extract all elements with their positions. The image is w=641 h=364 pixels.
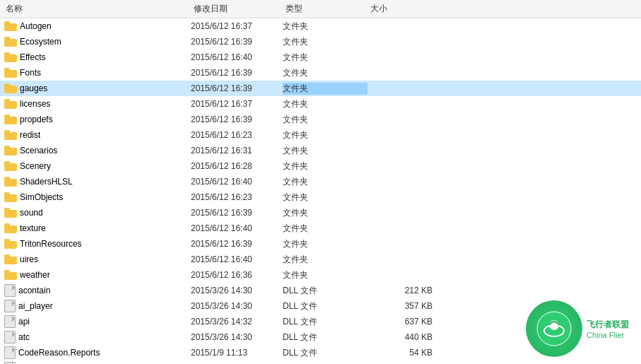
- table-row[interactable]: ai_player2015/3/26 14:30DLL 文件357 KB: [0, 298, 641, 314]
- table-row[interactable]: redist2015/6/12 16:23文件夹: [0, 127, 641, 143]
- table-row[interactable]: atc2015/3/26 14:30DLL 文件440 KB: [0, 329, 641, 345]
- file-list-container: 名称 修改日期 类型 大小 Autogen2015/6/12 16:37文件夹E…: [0, 0, 641, 364]
- file-type-cell: DLL 文件: [283, 285, 367, 297]
- file-rows[interactable]: Autogen2015/6/12 16:37文件夹Ecosystem2015/6…: [0, 18, 641, 364]
- table-row[interactable]: Effects2015/6/12 16:40文件夹: [0, 49, 641, 65]
- file-date-cell: 2015/3/26 14:30: [191, 332, 283, 342]
- file-icon: [4, 315, 16, 328]
- header-size[interactable]: 大小: [367, 3, 438, 15]
- file-name-cell: weather: [0, 270, 191, 280]
- folder-icon: [4, 83, 17, 93]
- item-name: Scenery: [20, 161, 51, 171]
- file-name-cell: acontain: [0, 284, 191, 297]
- folder-icon: [4, 177, 17, 187]
- file-date-cell: 2015/6/12 16:40: [191, 254, 283, 264]
- file-date-cell: 2015/6/12 16:39: [191, 68, 283, 78]
- file-type-cell: 文件夹: [283, 129, 367, 141]
- file-type-cell: 文件夹: [283, 223, 367, 235]
- file-type-cell: 文件夹: [283, 98, 367, 110]
- file-type-cell: 文件夹: [283, 192, 367, 204]
- file-type-cell: 文件夹: [283, 20, 367, 33]
- item-name: Ecosystem: [20, 37, 61, 47]
- item-name: propdefs: [20, 115, 53, 124]
- table-row[interactable]: CodeReason.Reports2015/1/9 11:13DLL 文件54…: [0, 345, 641, 360]
- file-type-cell: 文件夹: [283, 67, 367, 79]
- item-name: atc: [18, 332, 30, 342]
- table-row[interactable]: sound2015/6/12 16:39文件夹: [0, 205, 641, 221]
- file-size-cell: 357 KB: [367, 301, 438, 311]
- table-row[interactable]: Fonts2015/6/12 16:39文件夹: [0, 65, 641, 81]
- table-row[interactable]: Ecosystem2015/6/12 16:39文件夹: [0, 34, 641, 49]
- table-row[interactable]: Scenery2015/6/12 16:28文件夹: [0, 158, 641, 174]
- file-name-cell: api: [0, 315, 191, 328]
- header-type[interactable]: 类型: [283, 3, 367, 15]
- file-type-cell: 文件夹: [283, 145, 367, 157]
- file-name-cell: TritonResources: [0, 239, 191, 249]
- file-date-cell: 2015/1/9 11:13: [191, 348, 283, 358]
- header-date[interactable]: 修改日期: [191, 3, 283, 15]
- file-date-cell: 2015/6/12 16:36: [191, 270, 283, 280]
- file-name-cell: Autogen: [0, 21, 191, 31]
- file-type-cell: DLL 文件: [283, 300, 367, 312]
- file-name-cell: Ecosystem: [0, 37, 191, 47]
- file-type-cell: DLL 文件: [283, 316, 367, 328]
- header-name[interactable]: 名称: [0, 3, 191, 15]
- table-row[interactable]: SimObjects2015/6/12 16:23文件夹: [0, 189, 641, 205]
- file-type-cell: DLL 文件: [283, 331, 367, 344]
- item-name: acontain: [18, 286, 50, 295]
- item-name: texture: [20, 223, 46, 233]
- item-name: CodeReason.Reports: [18, 348, 100, 358]
- table-row[interactable]: ConfigParser2015/3/26 14:12DLL 文件24 KB: [0, 360, 641, 364]
- table-row[interactable]: Scenarios2015/6/12 16:31文件夹: [0, 143, 641, 158]
- table-row[interactable]: weather2015/6/12 16:36文件夹: [0, 267, 641, 283]
- file-date-cell: 2015/6/12 16:39: [191, 37, 283, 47]
- folder-icon: [4, 68, 17, 78]
- item-name: Scenarios: [20, 146, 57, 155]
- file-type-cell: 文件夹: [283, 52, 367, 64]
- table-row[interactable]: TritonResources2015/6/12 16:39文件夹: [0, 236, 641, 252]
- file-name-cell: ShadersHLSL: [0, 177, 191, 187]
- file-date-cell: 2015/6/12 16:37: [191, 99, 283, 109]
- table-row[interactable]: propdefs2015/6/12 16:39文件夹: [0, 112, 641, 127]
- folder-icon: [4, 254, 17, 264]
- file-type-cell: 文件夹: [283, 254, 367, 266]
- table-row[interactable]: gauges2015/6/12 16:39文件夹: [0, 81, 641, 96]
- file-date-cell: 2015/3/26 14:30: [191, 286, 283, 295]
- file-type-cell: 文件夹: [283, 269, 367, 281]
- item-name: Effects: [20, 52, 45, 62]
- item-name: uires: [20, 254, 38, 264]
- file-icon: [4, 346, 16, 359]
- item-name: licenses: [20, 99, 50, 109]
- folder-icon: [4, 146, 17, 155]
- file-name-cell: ai_player: [0, 300, 191, 312]
- file-name-cell: texture: [0, 223, 191, 233]
- table-row[interactable]: acontain2015/3/26 14:30DLL 文件212 KB: [0, 283, 641, 298]
- file-name-cell: gauges: [0, 83, 191, 93]
- table-row[interactable]: api2015/3/26 14:32DLL 文件637 KB: [0, 314, 641, 329]
- file-type-cell: 文件夹: [283, 238, 367, 250]
- item-name: weather: [20, 270, 50, 280]
- table-row[interactable]: uires2015/6/12 16:40文件夹: [0, 252, 641, 267]
- table-row[interactable]: licenses2015/6/12 16:37文件夹: [0, 96, 641, 112]
- item-name: Fonts: [20, 68, 41, 78]
- file-icon: [4, 300, 16, 312]
- folder-icon: [4, 192, 17, 202]
- file-date-cell: 2015/6/12 16:40: [191, 52, 283, 62]
- file-date-cell: 2015/6/12 16:40: [191, 177, 283, 187]
- item-name: gauges: [20, 83, 47, 93]
- folder-icon: [4, 223, 17, 233]
- file-name-cell: Scenery: [0, 161, 191, 171]
- table-row[interactable]: Autogen2015/6/12 16:37文件夹: [0, 18, 641, 34]
- file-name-cell: Fonts: [0, 68, 191, 78]
- file-date-cell: 2015/6/12 16:39: [191, 239, 283, 249]
- table-row[interactable]: texture2015/6/12 16:40文件夹: [0, 221, 641, 236]
- file-date-cell: 2015/6/12 16:23: [191, 192, 283, 202]
- file-name-cell: Effects: [0, 52, 191, 62]
- table-row[interactable]: ShadersHLSL2015/6/12 16:40文件夹: [0, 174, 641, 189]
- file-name-cell: propdefs: [0, 115, 191, 124]
- file-date-cell: 2015/6/12 16:37: [191, 21, 283, 31]
- file-type-cell: DLL 文件: [283, 347, 367, 359]
- file-name-cell: CodeReason.Reports: [0, 346, 191, 359]
- file-type-cell: 文件夹: [283, 207, 367, 219]
- folder-icon: [4, 37, 17, 47]
